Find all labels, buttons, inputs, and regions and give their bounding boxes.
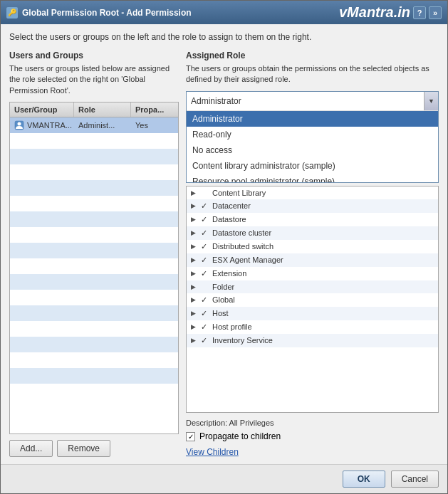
privilege-datastore-cluster: ▶ ✓ Datastore cluster bbox=[187, 226, 438, 240]
empty-rows bbox=[10, 133, 178, 384]
propagate-label: Propagate to children bbox=[199, 431, 281, 441]
col-role: Role bbox=[74, 103, 131, 117]
check-icon: ✓ bbox=[201, 228, 209, 238]
propagate-checkbox[interactable]: ✓ bbox=[186, 432, 195, 441]
dropdown-option-resourcepool[interactable]: Resource pool administrator (sample) bbox=[187, 174, 438, 182]
col-user: User/Group bbox=[10, 103, 74, 117]
dropdown-option-readonly[interactable]: Read-only bbox=[187, 127, 438, 142]
left-panel: Users and Groups The users or groups lis… bbox=[9, 51, 179, 457]
dropdown-header[interactable]: Administrator ▼ bbox=[187, 92, 438, 111]
privileges-wrapper: ▶ Content Library ▶ ✓ Datacenter ▶ bbox=[186, 186, 439, 413]
instruction-text: Select the users or groups on the left a… bbox=[9, 31, 439, 43]
privilege-distributed-switch: ▶ ✓ Distributed switch bbox=[187, 240, 438, 253]
add-button[interactable]: Add... bbox=[9, 440, 53, 457]
check-icon: ✓ bbox=[201, 201, 209, 211]
privilege-datastore: ▶ ✓ Datastore bbox=[187, 213, 438, 226]
description-area: Description: All Privileges bbox=[186, 419, 439, 427]
titlebar: 🔑 Global Permission Root - Add Permissio… bbox=[1, 1, 447, 24]
check-icon: ✓ bbox=[201, 256, 209, 265]
expand-icon[interactable]: ▶ bbox=[191, 337, 198, 344]
dropdown-options: Administrator Read-only No access Conten… bbox=[187, 111, 438, 182]
users-table: User/Group Role Propa... bbox=[9, 102, 179, 434]
privilege-datacenter: ▶ ✓ Datacenter bbox=[187, 199, 438, 213]
left-panel-title: Users and Groups bbox=[9, 51, 179, 61]
dialog-icon: 🔑 bbox=[6, 7, 18, 19]
privilege-content-library: ▶ Content Library bbox=[187, 186, 438, 199]
right-panel-title: Assigned Role bbox=[186, 51, 439, 61]
right-panel-inner: Administrator ▼ Administrator Read-only bbox=[186, 91, 439, 457]
check-icon: ✓ bbox=[201, 309, 209, 318]
description-label: Description: bbox=[186, 419, 227, 427]
dialog-body: Select the users or groups on the left a… bbox=[1, 24, 447, 464]
privilege-host: ▶ ✓ Host bbox=[187, 307, 438, 320]
col-prop: Propa... bbox=[131, 103, 178, 117]
role-dropdown-wrapper: Administrator ▼ Administrator Read-only bbox=[186, 91, 439, 183]
dialog-title: Global Permission Root - Add Permission bbox=[22, 8, 192, 18]
privilege-inventory-service: ▶ ✓ Inventory Service bbox=[187, 334, 438, 347]
propagate-area: ✓ Propagate to children bbox=[186, 431, 439, 441]
cell-role: Administ... bbox=[74, 120, 131, 131]
privilege-host-profile: ▶ ✓ Host profile bbox=[187, 320, 438, 334]
expand-icon[interactable]: ▶ bbox=[191, 270, 198, 277]
expand-icon[interactable]: ▶ bbox=[191, 323, 198, 330]
cancel-button[interactable]: Cancel bbox=[391, 471, 439, 488]
expand-icon[interactable]: ▶ bbox=[191, 256, 198, 263]
dropdown-option-contentlib[interactable]: Content library administrator (sample) bbox=[187, 158, 438, 174]
expand-icon[interactable]: ▶ bbox=[191, 216, 198, 223]
right-panel: Assigned Role The users or groups obtain… bbox=[186, 51, 439, 457]
left-panel-desc: The users or groups listed below are ass… bbox=[9, 63, 179, 96]
expand-icon[interactable]: ▶ bbox=[191, 296, 198, 303]
expand-icon[interactable]: ▶ bbox=[191, 189, 198, 196]
role-dropdown-container: Administrator ▼ Administrator Read-only bbox=[186, 91, 439, 183]
user-icon bbox=[14, 120, 24, 130]
check-icon: ✓ bbox=[201, 215, 209, 224]
right-panel-desc: The users or groups obtain the permissio… bbox=[186, 63, 439, 85]
dropdown-selected-text: Administrator bbox=[187, 93, 424, 109]
table-row[interactable]: VMANTRA... Administ... Yes bbox=[10, 117, 178, 133]
cell-propagate: Yes bbox=[131, 120, 178, 131]
left-buttons: Add... Remove bbox=[9, 440, 179, 457]
dropdown-arrow-icon[interactable]: ▼ bbox=[424, 92, 438, 110]
privilege-global: ▶ ✓ Global bbox=[187, 293, 438, 307]
check-icon: ✓ bbox=[201, 336, 209, 345]
ok-button[interactable]: OK bbox=[343, 471, 385, 488]
expand-icon[interactable]: ▶ bbox=[191, 310, 198, 317]
panels-container: Users and Groups The users or groups lis… bbox=[9, 51, 439, 457]
expand-icon[interactable]: ▶ bbox=[191, 283, 198, 290]
expand-icon[interactable]: ▶ bbox=[191, 202, 198, 209]
expand-button[interactable]: » bbox=[429, 6, 442, 19]
check-icon: ✓ bbox=[201, 295, 209, 305]
view-children-link-wrapper: View Children bbox=[186, 447, 439, 457]
svg-point-1 bbox=[18, 122, 21, 125]
expand-icon[interactable]: ▶ bbox=[191, 243, 198, 250]
privilege-folder: ▶ Folder bbox=[187, 280, 438, 293]
description-value: All Privileges bbox=[229, 419, 274, 427]
check-icon: ✓ bbox=[201, 242, 209, 251]
dialog-container: 🔑 Global Permission Root - Add Permissio… bbox=[0, 0, 448, 494]
help-button[interactable]: ? bbox=[413, 6, 426, 19]
dropdown-option-noaccess[interactable]: No access bbox=[187, 142, 438, 158]
privilege-extension: ▶ ✓ Extension bbox=[187, 267, 438, 280]
table-header: User/Group Role Propa... bbox=[10, 103, 178, 117]
titlebar-right: vMantra.in ? » bbox=[339, 4, 442, 21]
brand-logo: vMantra.in bbox=[339, 4, 410, 21]
check-icon: ✓ bbox=[201, 322, 209, 332]
dropdown-option-administrator[interactable]: Administrator bbox=[187, 111, 438, 127]
cell-user: VMANTRA... bbox=[10, 119, 74, 132]
dialog-footer: OK Cancel bbox=[1, 464, 447, 493]
expand-icon[interactable]: ▶ bbox=[191, 229, 198, 236]
view-children-link[interactable]: View Children bbox=[186, 447, 239, 457]
titlebar-left: 🔑 Global Permission Root - Add Permissio… bbox=[6, 7, 192, 19]
table-body: VMANTRA... Administ... Yes bbox=[10, 117, 178, 433]
privilege-esx-agent: ▶ ✓ ESX Agent Manager bbox=[187, 253, 438, 267]
check-icon: ✓ bbox=[201, 269, 209, 278]
remove-button[interactable]: Remove bbox=[57, 440, 110, 457]
privileges-list: ▶ Content Library ▶ ✓ Datacenter ▶ bbox=[187, 186, 438, 412]
